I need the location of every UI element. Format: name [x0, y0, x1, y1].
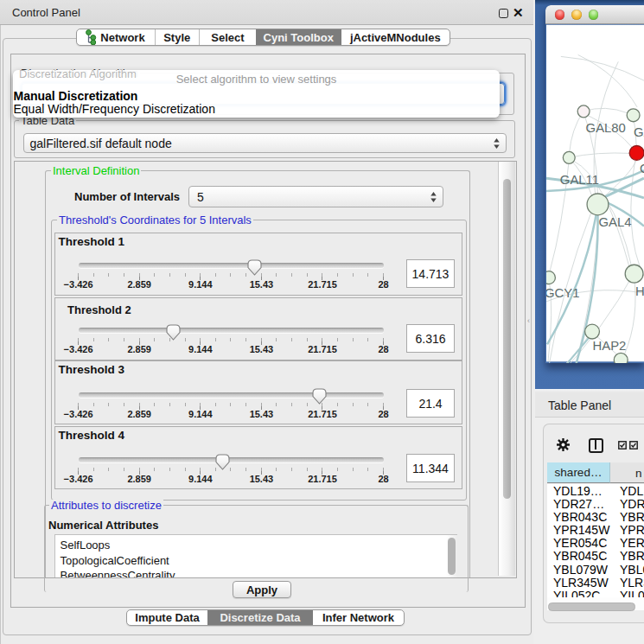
svg-text:H: H — [635, 284, 644, 298]
svg-text:GAL80: GAL80 — [586, 121, 626, 135]
svg-text:GA: GA — [634, 125, 644, 139]
svg-text:GAL11: GAL11 — [560, 173, 599, 187]
svg-text:GAL4: GAL4 — [598, 215, 631, 229]
svg-text:GCY1: GCY1 — [546, 286, 579, 300]
svg-text:G: G — [640, 162, 644, 175]
svg-text:HAP2: HAP2 — [593, 339, 627, 353]
